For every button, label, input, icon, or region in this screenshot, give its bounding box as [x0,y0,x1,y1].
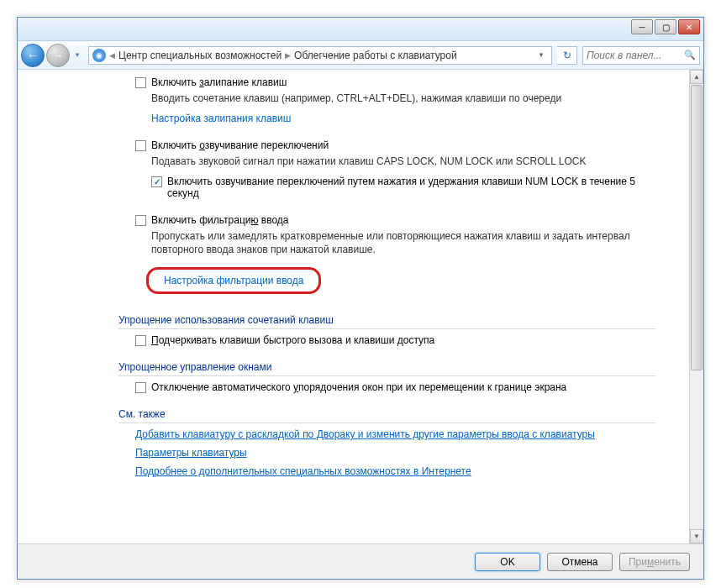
toggle-keys-numlock-checkbox[interactable] [151,176,162,187]
apply-button: Применить [619,553,690,571]
shortcuts-section-header: Упрощение использования сочетаний клавиш [118,314,655,329]
ok-button[interactable]: OK [475,553,540,571]
disable-snap-checkbox[interactable] [135,382,146,393]
sticky-keys-settings-link[interactable]: Настройка залипания клавиш [151,113,291,124]
maximize-button[interactable]: ▢ [655,19,676,34]
windows-section-header: Упрощенное управление окнами [118,361,655,376]
breadcrumb-separator-icon: ◀ [109,51,115,60]
search-icon: 🔍 [684,50,696,60]
scroll-down-arrow[interactable]: ▼ [690,529,703,543]
filter-keys-label[interactable]: Включить фильтрацию ввода [151,214,289,226]
close-button[interactable]: ✕ [678,19,700,34]
control-panel-window: ─ ▢ ✕ ← → ▼ ◉ ◀ Центр специальных возмож… [17,17,704,580]
dialog-footer: OK Отмена Применить [18,543,703,579]
toggle-keys-label[interactable]: Включить озвучивание переключений [151,139,329,151]
see-also-header: См. также [118,408,655,423]
cancel-button[interactable]: Отмена [547,553,613,571]
scroll-up-arrow[interactable]: ▲ [690,70,703,84]
content-pane: Включить залипание клавиш Вводить сочета… [18,70,689,543]
toggle-keys-checkbox[interactable] [135,140,146,151]
keyboard-params-link[interactable]: Параметры клавиатуры [135,447,247,459]
ease-of-access-icon: ◉ [92,49,106,62]
minimize-button[interactable]: ─ [631,19,653,34]
online-help-link[interactable]: Подробнее о дополнительных специальных в… [135,465,471,477]
navigation-bar: ← → ▼ ◉ ◀ Центр специальных возможностей… [18,41,703,70]
breadcrumb-part2[interactable]: Облегчение работы с клавиатурой [294,50,457,61]
breadcrumb-part1[interactable]: Центр специальных возможностей [118,50,282,61]
back-button[interactable]: ← [21,44,45,67]
dvorak-link[interactable]: Добавить клавиатуру с раскладкой по Двор… [135,428,595,440]
filter-keys-settings-link[interactable]: Настройка фильтрации ввода [164,275,303,286]
toggle-keys-description: Подавать звуковой сигнал при нажатии кла… [151,155,655,169]
address-bar[interactable]: ◉ ◀ Центр специальных возможностей ▶ Обл… [88,46,552,65]
underline-shortcuts-label[interactable]: Подчеркивать клавиши быстрого вызова и к… [151,334,434,346]
search-input[interactable] [587,50,684,61]
toggle-keys-numlock-label[interactable]: Включить озвучивание переключений путем … [167,176,638,199]
highlight-annotation: Настройка фильтрации ввода [146,267,321,294]
refresh-button[interactable]: ↻ [557,46,577,65]
underline-shortcuts-checkbox[interactable] [135,335,146,346]
filter-keys-checkbox[interactable] [135,215,146,226]
scroll-thumb[interactable] [691,85,703,370]
breadcrumb-separator-icon: ▶ [285,51,291,60]
forward-button[interactable]: → [46,44,70,67]
vertical-scrollbar[interactable]: ▲ ▼ [689,70,703,543]
nav-history-dropdown[interactable]: ▼ [71,47,83,64]
sticky-keys-checkbox[interactable] [135,77,146,88]
filter-keys-description: Пропускать или замедлять кратковременные… [151,229,639,258]
disable-snap-label[interactable]: Отключение автоматического упорядочения … [151,381,566,393]
sticky-keys-label[interactable]: Включить залипание клавиш [151,76,287,88]
search-box[interactable]: 🔍 [582,46,700,65]
sticky-keys-description: Вводить сочетание клавиш (например, CTRL… [151,92,655,106]
address-dropdown-icon[interactable]: ▼ [534,51,548,59]
titlebar[interactable]: ─ ▢ ✕ [18,18,703,41]
